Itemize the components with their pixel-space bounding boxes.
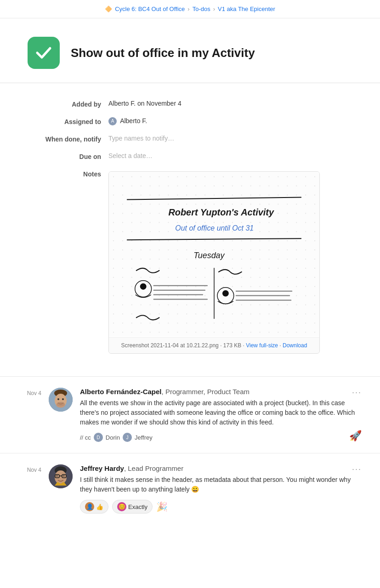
- cc-avatar-dorin: D: [94, 433, 103, 442]
- svg-point-10: [140, 283, 147, 290]
- assignee-avatar: A: [108, 117, 117, 125]
- comment-1-text: All the events we show in the activity p…: [80, 398, 362, 427]
- exactly-label: Exactly: [128, 503, 147, 510]
- comment-1-role: , Programmer, Product Team: [162, 388, 250, 396]
- comment-item-1: Nov 4 ··· Alberto Fernánde: [0, 376, 380, 453]
- breadcrumb-icon: 🔶: [105, 6, 112, 12]
- breadcrumb-sep-1: ›: [187, 6, 189, 12]
- added-by-value: Alberto F. on November 4: [108, 100, 352, 107]
- svg-text:Out of office until Oct 31: Out of office until Oct 31: [175, 225, 254, 232]
- thumbs-up-emoji: 👍: [96, 503, 103, 510]
- boost-icon-1: 🚀: [349, 430, 362, 441]
- svg-point-29: [55, 470, 67, 484]
- comment-2-reactions: 👤 👍 😊 Exactly 🎉: [80, 500, 362, 514]
- breadcrumb-todos-link[interactable]: To-dos: [193, 6, 210, 12]
- alberto-avatar-svg: [49, 388, 73, 412]
- assigned-to-label: Assigned to: [28, 117, 101, 125]
- comment-item-2: Nov 4 ··· Jeffr: [0, 453, 380, 525]
- header-divider: [0, 83, 380, 83]
- meta-due-on-row: Due on Select a date…: [28, 147, 352, 165]
- breadcrumb-sep-2: ›: [213, 6, 215, 12]
- comment-2-role: , Lead Programmer: [124, 464, 183, 472]
- svg-text:Robert Yupton's Activity: Robert Yupton's Activity: [168, 208, 274, 218]
- exactly-reaction[interactable]: 😊 Exactly: [112, 500, 153, 514]
- add-reaction-button[interactable]: 🎉: [156, 501, 168, 512]
- comment-1-author: Alberto Fernández-Capel: [80, 388, 162, 396]
- notes-label: Notes: [28, 170, 101, 178]
- attachment-caption: Screenshot 2021-11-04 at 10.21.22.png · …: [109, 337, 319, 353]
- comment-2-menu[interactable]: ···: [352, 464, 362, 474]
- comment-2-text: I still think it makes sense in the head…: [80, 475, 362, 494]
- meta-added-by-row: Added by Alberto F. on November 4: [28, 95, 352, 113]
- comment-2-avatar: [49, 464, 73, 488]
- notify-input[interactable]: Type names to notify…: [108, 135, 352, 142]
- svg-point-33: [57, 475, 58, 477]
- reaction-avatar-1: 👤: [85, 502, 94, 511]
- thumbs-up-reaction[interactable]: 👤 👍: [80, 500, 108, 514]
- breadcrumb-project-link[interactable]: Cycle 6: BC4 Out of Office: [115, 6, 185, 12]
- svg-text:Tuesday: Tuesday: [193, 251, 225, 260]
- jeffrey-avatar-svg: [49, 464, 73, 488]
- attachment-separator-3: ·: [279, 342, 283, 349]
- comment-1-menu[interactable]: ···: [352, 388, 362, 397]
- task-header: Show out of office in my Activity: [0, 18, 380, 78]
- attachment-image: Robert Yupton's Activity Out of office u…: [109, 172, 319, 337]
- comment-1-avatar: [49, 388, 73, 412]
- assigned-to-value[interactable]: A Alberto F.: [108, 117, 352, 125]
- comments-section: Nov 4 ··· Alberto Fernánde: [0, 376, 380, 525]
- cc-dorin-name: Dorin: [106, 434, 120, 441]
- meta-assigned-to-row: Assigned to A Alberto F.: [28, 113, 352, 130]
- meta-notes-row: Notes: [28, 165, 352, 360]
- comment-2-author: Jeffrey Hardy: [80, 464, 124, 472]
- meta-notify-row: When done, notify Type names to notify…: [28, 130, 352, 147]
- svg-point-26: [56, 402, 65, 408]
- breadcrumb-current-link[interactable]: V1 aka The Epicenter: [218, 6, 275, 12]
- notes-content: Robert Yupton's Activity Out of office u…: [108, 171, 320, 355]
- attachment-preview[interactable]: Robert Yupton's Activity Out of office u…: [108, 171, 320, 354]
- task-complete-icon[interactable]: [28, 37, 60, 69]
- svg-point-23: [57, 398, 59, 400]
- due-on-label: Due on: [28, 152, 101, 160]
- breadcrumb: 🔶 Cycle 6: BC4 Out of Office › To-dos › …: [0, 0, 380, 18]
- comment-1-date: Nov 4: [18, 388, 41, 397]
- added-by-label: Added by: [28, 100, 101, 108]
- checkmark-svg: [34, 44, 53, 62]
- sketch-svg: Robert Yupton's Activity Out of office u…: [109, 172, 319, 337]
- download-link[interactable]: Download: [283, 342, 307, 349]
- svg-point-24: [62, 398, 64, 400]
- meta-section: Added by Alberto F. on November 4 Assign…: [0, 88, 380, 367]
- comment-1-body: ··· Alberto Fernández-Capel, Programmer,…: [80, 388, 362, 442]
- notify-label: When done, notify: [28, 135, 101, 143]
- comment-2-date: Nov 4: [18, 464, 41, 474]
- svg-point-34: [63, 475, 65, 477]
- view-full-size-link[interactable]: View full-size: [246, 342, 278, 349]
- reaction-avatar-2: 😊: [117, 502, 126, 511]
- comment-1-cc: // cc D Dorin J Jeffrey: [80, 433, 362, 442]
- svg-point-16: [222, 290, 229, 297]
- cc-label: // cc: [80, 434, 91, 441]
- task-title: Show out of office in my Activity: [71, 46, 255, 60]
- due-on-input[interactable]: Select a date…: [108, 152, 352, 159]
- comment-1-boost[interactable]: 🚀: [349, 430, 362, 442]
- cc-jeffrey-name: Jeffrey: [135, 434, 153, 441]
- attachment-separator-1: ·: [220, 342, 223, 349]
- attachment-size: 173 KB: [223, 342, 241, 349]
- attachment-filename: Screenshot 2021-11-04 at 10.21.22.png: [121, 342, 219, 349]
- cc-avatar-jeffrey: J: [123, 433, 132, 442]
- comment-2-body: ··· Jeffrey Hardy, Lead Programmer I sti…: [80, 464, 362, 514]
